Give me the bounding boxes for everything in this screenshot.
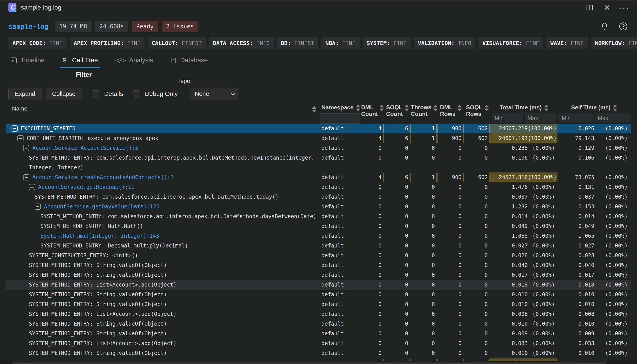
- self-time-min-input[interactable]: [559, 113, 593, 123]
- count-cell: 4: [361, 124, 384, 134]
- log-file-link[interactable]: sample-log: [9, 23, 49, 30]
- horizontal-scrollbar[interactable]: [0, 361, 637, 364]
- row-name: SYSTEM_METHOD_ENTRY: List<Account>.add(O…: [6, 309, 319, 319]
- tab-call-tree[interactable]: Call Tree: [62, 56, 98, 64]
- total-time-cell: 0.008(0.00%): [490, 309, 557, 319]
- tree-row[interactable]: SYSTEM_METHOD_ENTRY: String.valueOf(Obje…: [6, 260, 631, 270]
- count-cell: 0: [464, 319, 490, 329]
- collapse-icon[interactable]: [29, 184, 35, 190]
- total-time-cell: 0.027(0.00%): [490, 241, 557, 250]
- count-cell: 0: [438, 231, 464, 241]
- count-cell: 0: [438, 182, 464, 192]
- namespace-filter-input[interactable]: [320, 114, 360, 124]
- sort-icon-namespace[interactable]: [356, 105, 360, 111]
- sort-icon-soql-rows[interactable]: [484, 105, 489, 111]
- tree-row[interactable]: SYSTEM_METHOD_ENTRY: String.valueOf(Obje…: [6, 300, 631, 309]
- tree-row[interactable]: SYSTEM_METHOD_ENTRY: String.valueOf(Obje…: [6, 290, 631, 300]
- total-time-cell: 24607.219(100.00%): [490, 124, 557, 134]
- tree-row[interactable]: SYSTEM_METHOD_ENTRY: String.valueOf(Obje…: [6, 348, 631, 358]
- tree-row[interactable]: System.Math.mod(Integer, Integer):143def…: [6, 231, 631, 241]
- count-cell: 0: [438, 192, 464, 202]
- count-cell: 1: [411, 134, 438, 143]
- tree-row[interactable]: SYSTEM_METHOD_ENTRY: com.salesforce.api.…: [6, 212, 631, 221]
- expand-button[interactable]: Expand: [9, 88, 42, 100]
- sort-icon-dml-count[interactable]: [380, 105, 384, 111]
- row-name: SYSTEM_METHOD_ENTRY: String.valueOf(Obje…: [6, 319, 319, 329]
- sort-icon-total-time[interactable]: [544, 105, 548, 111]
- sort-icon-name[interactable]: [312, 106, 317, 112]
- namespace-cell: default: [319, 250, 361, 260]
- tab-timeline[interactable]: Timeline: [10, 56, 45, 64]
- tree-row[interactable]: AccountService.getRevenue():11default000…: [6, 182, 631, 192]
- total-time-min-input[interactable]: [492, 113, 523, 123]
- tree-row[interactable]: SYSTEM_METHOD_ENTRY: List<Account>.add(O…: [6, 338, 631, 348]
- self-time-cell: 0.033(0.00%): [557, 338, 631, 348]
- log-level-badges: APEX_CODE: FINEAPEX_PROFILING: FINECALLO…: [9, 37, 628, 49]
- collapse-icon[interactable]: [23, 145, 29, 151]
- count-cell: 0: [384, 212, 411, 221]
- help-icon[interactable]: [618, 22, 628, 31]
- count-cell: 0: [361, 231, 384, 241]
- collapse-icon[interactable]: [17, 135, 24, 142]
- type-select[interactable]: None: [191, 88, 239, 100]
- tree-row[interactable]: SYSTEM_METHOD_ENTRY: String.valueOf(Obje…: [6, 329, 631, 338]
- column-header-self-time: Self Time (ms): [557, 102, 631, 124]
- log-file-icon: C: [9, 3, 17, 12]
- count-cell: 0: [384, 260, 411, 270]
- scrollbar-thumb[interactable]: [13, 362, 606, 364]
- tree-row[interactable]: SYSTEM_CONSTRUCTOR_ENTRY: <init>()defaul…: [6, 250, 631, 260]
- tree-row[interactable]: SYSTEM_METHOD_ENTRY: com.salesforce.api.…: [6, 153, 631, 172]
- count-cell: 0: [411, 221, 438, 231]
- row-name: EXECUTION_STARTED: [6, 124, 319, 134]
- tree-row[interactable]: AccountService.AccountService():5default…: [6, 143, 631, 153]
- total-time-max-input[interactable]: [525, 113, 556, 123]
- tree-row[interactable]: SYSTEM_METHOD_ENTRY: Math.Math()default0…: [6, 221, 631, 231]
- notifications-bell-icon[interactable]: [600, 22, 609, 31]
- namespace-cell: default: [319, 329, 361, 338]
- count-cell: 0: [411, 192, 438, 202]
- count-cell: 0: [464, 348, 490, 358]
- sort-icon-dml-rows[interactable]: [457, 105, 462, 111]
- column-label: DML: [361, 104, 374, 110]
- self-time-max-input[interactable]: [595, 113, 629, 123]
- status-badge: 2 issues: [162, 21, 198, 32]
- tree-row[interactable]: SYSTEM_METHOD_ENTRY: List<Account>.add(O…: [6, 280, 631, 290]
- tree-row[interactable]: CODE_UNIT_STARTED: execute_anonymous_ape…: [6, 134, 631, 143]
- count-cell: 0: [464, 231, 490, 241]
- tree-row[interactable]: AccountService.getDayValue(Date):120defa…: [6, 202, 631, 212]
- sort-icon-throws-count[interactable]: [433, 105, 438, 111]
- collapse-icon[interactable]: [35, 204, 41, 210]
- row-name: SYSTEM_METHOD_ENTRY: Decimal.multiply(De…: [6, 241, 319, 250]
- tree-row[interactable]: SYSTEM_METHOD_ENTRY: List<Account>.add(O…: [6, 309, 631, 319]
- self-time-cell: 0.010(0.00%): [557, 300, 631, 309]
- sort-icon-soql-count[interactable]: [405, 105, 409, 111]
- filter-title: Filter: [76, 71, 92, 78]
- sort-icon-self-time[interactable]: [613, 105, 617, 111]
- count-cell: 0: [438, 153, 464, 172]
- tree-row[interactable]: EXECUTION_STARTEDdefault46190060224607.2…: [6, 124, 631, 134]
- heat-bar: [489, 134, 490, 143]
- tab-database[interactable]: Database: [170, 56, 208, 64]
- count-cell: 0: [411, 329, 438, 338]
- tab-analysis[interactable]: </> Analysis: [115, 56, 153, 64]
- tree-row[interactable]: SYSTEM_METHOD_ENTRY: String.valueOf(Obje…: [6, 270, 631, 280]
- window-actions: ✕ ···: [586, 4, 628, 11]
- tree-row[interactable]: SYSTEM_METHOD_ENTRY: com.salesforce.api.…: [6, 192, 631, 202]
- count-cell: 0: [464, 280, 490, 290]
- close-icon[interactable]: ✕: [603, 4, 611, 11]
- self-time-cell: 0.026(0.00%): [557, 124, 631, 134]
- collapse-icon[interactable]: [12, 126, 18, 132]
- tree-row[interactable]: SYSTEM_METHOD_ENTRY: Decimal.multiply(De…: [6, 241, 631, 250]
- collapse-icon[interactable]: [23, 174, 29, 180]
- more-actions-icon[interactable]: ···: [620, 4, 628, 11]
- log-level-badge: WORKFLOW: FINE: [591, 37, 637, 49]
- namespace-cell: default: [319, 241, 361, 250]
- collapse-button[interactable]: Collapse: [46, 88, 82, 100]
- total-time-cell: 0.028(0.00%): [490, 250, 557, 260]
- tree-row[interactable]: AccountService.createAccountsAndContacts…: [6, 172, 631, 182]
- details-checkbox[interactable]: [92, 90, 99, 98]
- debug-only-checkbox[interactable]: [133, 90, 140, 98]
- self-time-cell: 0.010(0.00%): [557, 319, 631, 329]
- tree-row[interactable]: SYSTEM_METHOD_ENTRY: String.valueOf(Obje…: [6, 319, 631, 329]
- split-editor-icon[interactable]: [586, 4, 593, 11]
